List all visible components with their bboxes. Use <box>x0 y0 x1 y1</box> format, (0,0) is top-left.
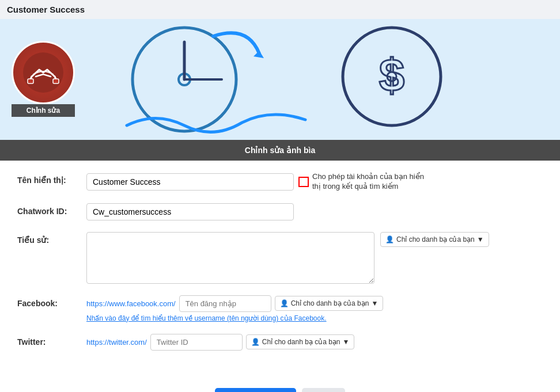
bio-textarea[interactable] <box>86 232 374 284</box>
svg-rect-0 <box>0 19 560 140</box>
bio-row: Tiểu sử: 👤 Chỉ cho danh bạ của bạn ▼ <box>17 232 543 284</box>
facebook-privacy-dropdown[interactable]: 👤 Chỉ cho danh bạ của bạn ▼ <box>275 296 384 311</box>
cancel-button[interactable]: Hủy <box>302 388 345 392</box>
save-button[interactable]: Tiến hành lưu <box>215 388 296 392</box>
bio-label: Tiểu sử: <box>17 232 86 245</box>
avatar-icon <box>23 52 63 93</box>
avatar-container: Chỉnh sửa <box>12 41 75 117</box>
chevron-down-icon-tw: ▼ <box>343 338 350 346</box>
chatwork-field <box>86 203 543 220</box>
twitter-field: https://twitter.com/ 👤 Chỉ cho danh bạ c… <box>86 334 543 351</box>
twitter-row: Twitter: https://twitter.com/ 👤 Chỉ cho … <box>17 334 543 351</box>
twitter-privacy-text: Chỉ cho danh bạ của bạn <box>262 338 340 346</box>
form-section: Tên hiển thị: Cho phép tài khoản của bạn… <box>0 161 560 392</box>
svg-rect-11 <box>53 79 59 83</box>
search-label-text: Cho phép tài khoản của bạn hiển thị tron… <box>312 172 427 192</box>
avatar-edit-button[interactable]: Chỉnh sửa <box>12 104 75 117</box>
person-icon-fb: 👤 <box>280 299 289 307</box>
chevron-down-icon-fb: ▼ <box>371 299 378 307</box>
facebook-privacy-text: Chỉ cho danh bạ của bạn <box>291 299 369 307</box>
bio-privacy-dropdown[interactable]: 👤 Chỉ cho danh bạ của bạn ▼ <box>380 232 489 247</box>
facebook-username-input[interactable] <box>179 295 271 312</box>
page-title: Customer Success <box>0 0 560 19</box>
twitter-privacy-dropdown[interactable]: 👤 Chỉ cho danh bạ của bạn ▼ <box>246 334 355 349</box>
chatwork-label: Chatwork ID: <box>17 203 86 216</box>
search-visibility-checkbox[interactable] <box>298 177 309 187</box>
form-actions: Tiến hành lưu Hủy <box>17 379 543 392</box>
twitter-label: Twitter: <box>17 334 86 347</box>
chevron-down-icon: ▼ <box>477 235 484 243</box>
chatwork-input[interactable] <box>86 203 294 220</box>
svg-rect-10 <box>28 79 33 83</box>
cover-edit-bar[interactable]: Chỉnh sửa ảnh bìa <box>0 140 560 161</box>
display-name-field: Cho phép tài khoản của bạn hiển thị tron… <box>86 172 543 192</box>
person-icon: 👤 <box>385 235 394 243</box>
cover-illustration: $ <box>0 19 560 140</box>
person-icon-tw: 👤 <box>251 338 260 346</box>
chatwork-id-row: Chatwork ID: <box>17 203 543 220</box>
facebook-field: https://www.facebook.com/ 👤 Chỉ cho danh… <box>86 295 543 322</box>
twitter-id-input[interactable] <box>150 334 243 351</box>
facebook-prefix: https://www.facebook.com/ <box>86 299 176 308</box>
facebook-label: Facebook: <box>17 295 86 308</box>
facebook-note-text: Nhấn vào đây để tìm hiểu thêm về usernam… <box>86 314 327 322</box>
bottom-partial-row <box>17 362 543 379</box>
facebook-row: Facebook: https://www.facebook.com/ 👤 Ch… <box>17 295 543 322</box>
display-name-row: Tên hiển thị: Cho phép tài khoản của bạn… <box>17 172 543 192</box>
facebook-note[interactable]: Nhấn vào đây để tìm hiểu thêm về usernam… <box>86 314 543 322</box>
cover-svg: $ <box>0 19 560 140</box>
twitter-prefix: https://twitter.com/ <box>86 338 147 347</box>
svg-text:$: $ <box>379 50 405 101</box>
search-checkbox-wrapper: Cho phép tài khoản của bạn hiển thị tron… <box>298 172 427 192</box>
bio-privacy-text: Chỉ cho danh bạ của bạn <box>396 235 475 243</box>
avatar <box>12 41 75 104</box>
cover-area: $ <box>0 19 560 140</box>
display-name-label: Tên hiển thị: <box>17 172 86 185</box>
bio-field: 👤 Chỉ cho danh bạ của bạn ▼ <box>86 232 543 284</box>
page-wrapper: Customer Success <box>0 0 560 392</box>
display-name-input[interactable] <box>86 173 294 191</box>
